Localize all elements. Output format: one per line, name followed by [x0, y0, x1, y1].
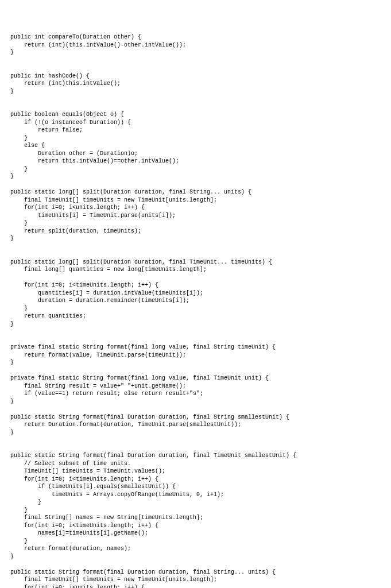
code-text: public int compareTo(Duration other) { r… — [10, 34, 300, 588]
code-editor-content[interactable]: public int compareTo(Duration other) { r… — [0, 31, 391, 588]
